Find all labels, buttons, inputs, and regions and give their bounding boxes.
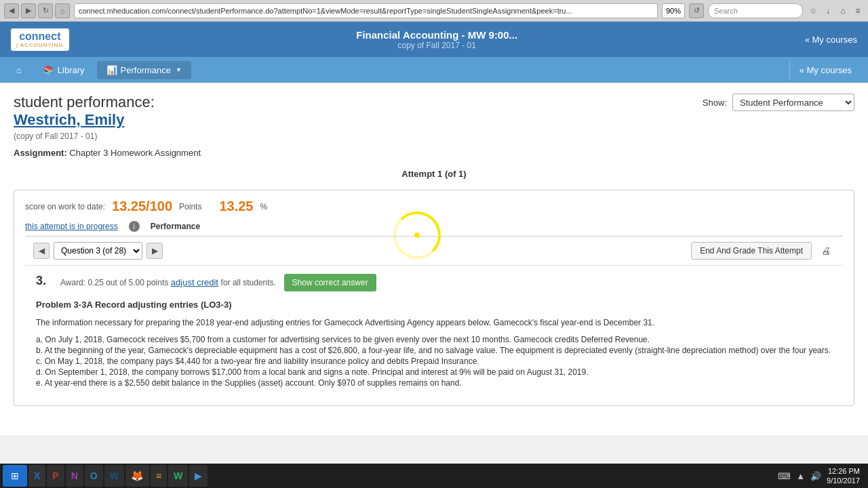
main-content: student performance: Westrich, Emily (co… (0, 83, 868, 435)
page-title-area: student performance: Westrich, Emily (co… (14, 94, 854, 158)
score-pct-sign: % (260, 202, 267, 211)
logo-connect-text: connect (19, 31, 60, 42)
refresh-button[interactable]: ↺ (689, 3, 704, 18)
performance-icon: 📊 (106, 65, 117, 75)
prev-question-btn[interactable]: ◀ (33, 243, 50, 259)
in-progress-tab[interactable]: this attempt is in progress (25, 222, 118, 231)
score-points-label: Points (179, 202, 201, 211)
search-box[interactable]: Search (708, 3, 803, 18)
show-select[interactable]: Student PerformanceAssignment Performanc… (732, 94, 854, 111)
problem-intro: The information necessary for preparing … (36, 317, 832, 329)
performance-dropdown-arrow: ▼ (176, 66, 182, 73)
print-button[interactable]: 🖨 (817, 242, 835, 260)
assignment-value: Chapter 3 Homework Assignment (69, 148, 201, 158)
browser-icons: ☆ ↓ ⌂ ≡ (807, 5, 864, 17)
course-copy: (copy of Fall 2017 - 01) (14, 131, 201, 141)
download-icon[interactable]: ↓ (822, 5, 834, 17)
list-item: a. On July 1, 2018, Gamecock receives $5… (36, 335, 832, 344)
assignment-line: Assignment: Chapter 3 Homework Assignmen… (14, 148, 201, 158)
q-nav-left: ◀ Question 3 (of 28) ▶ (33, 242, 163, 260)
score-row: score on work to date: 13.25/100 Points … (25, 199, 843, 214)
my-courses-link[interactable]: « My courses (805, 35, 857, 45)
list-item: b. At the beginning of the year, Gamecoc… (36, 346, 832, 355)
nav-bar: ⌂ 📚 Library 📊 Performance ▼ « My courses (0, 57, 868, 83)
score-card: score on work to date: 13.25/100 Points … (14, 190, 854, 406)
browser-chrome: ◀ ▶ ↻ ⌂ connect.mheducation.com/connect/… (0, 0, 868, 22)
assignment-label: Assignment: (14, 148, 67, 158)
browser-nav-buttons[interactable]: ◀ ▶ ↻ ⌂ (4, 3, 70, 18)
question-select[interactable]: Question 3 (of 28) (54, 242, 142, 260)
adjust-credit-link[interactable]: adjust credit (171, 277, 218, 287)
show-area: Show: Student PerformanceAssignment Perf… (703, 94, 854, 111)
library-icon: 📚 (43, 65, 54, 75)
attempt-line: Attempt 1 (of 1) (14, 169, 854, 179)
list-item: e. At year-end there is a $2,550 debit b… (36, 378, 832, 388)
question-award: Award: 0.25 out of 5.00 points (60, 278, 168, 287)
question-area: 3. Award: 0.25 out of 5.00 points adjust… (25, 266, 843, 397)
score-percent: 13.25 (219, 199, 253, 214)
star-icon[interactable]: ☆ (807, 5, 819, 17)
course-name: Financial Accounting - MW 9:00... (356, 29, 517, 41)
info-icon[interactable]: i (129, 221, 140, 232)
home-nav-icon[interactable]: ⌂ (837, 5, 849, 17)
library-nav-item[interactable]: 📚 Library (34, 61, 94, 79)
performance-nav-item[interactable]: 📊 Performance ▼ (97, 61, 191, 79)
title-section: student performance: Westrich, Emily (co… (14, 94, 201, 158)
print-icon: 🖨 (821, 245, 831, 256)
score-number: 13.25/100 (112, 199, 172, 214)
show-correct-answer-button[interactable]: Show correct answer (284, 274, 376, 291)
for-students-text: for all students. (221, 278, 276, 287)
home-nav-item[interactable]: ⌂ (7, 61, 31, 79)
course-sub: copy of Fall 2017 - 01 (356, 41, 517, 50)
home-icon: ⌂ (16, 65, 22, 75)
performance-tab[interactable]: Performance (151, 222, 200, 231)
end-grade-button[interactable]: End And Grade This Attempt (691, 242, 812, 260)
logo-box: connect | ACCOUNTING (11, 28, 69, 51)
list-item: c. On May 1, 2018, the company pays $4,4… (36, 357, 832, 366)
nav-left: ⌂ 📚 Library 📊 Performance ▼ (7, 61, 191, 79)
reload-button[interactable]: ↻ (38, 3, 53, 18)
menu-icon[interactable]: ≡ (852, 5, 864, 17)
question-header: 3. Award: 0.25 out of 5.00 points adjust… (36, 274, 832, 291)
home-button[interactable]: ⌂ (55, 3, 70, 18)
tabs-row: this attempt is in progress i Performanc… (25, 221, 843, 237)
list-item: d. On September 1, 2018, the company bor… (36, 367, 832, 377)
back-button[interactable]: ◀ (4, 3, 19, 18)
forward-button[interactable]: ▶ (21, 3, 36, 18)
logo-accounting-text: | ACCOUNTING (16, 42, 64, 48)
page-title: student performance: (14, 94, 201, 111)
show-label: Show: (703, 98, 727, 108)
student-name-link[interactable]: Westrich, Emily (14, 111, 201, 129)
connect-logo: connect | ACCOUNTING (11, 28, 69, 51)
q-nav-right: End And Grade This Attempt 🖨 (691, 242, 835, 260)
zoom-box[interactable]: 90% (662, 3, 685, 18)
header-course: Financial Accounting - MW 9:00... copy o… (356, 29, 517, 50)
question-number: 3. (36, 274, 52, 288)
problem-items-list: a. On July 1, 2018, Gamecock receives $5… (36, 335, 832, 388)
my-courses-nav-btn[interactable]: « My courses (789, 61, 861, 79)
question-nav: ◀ Question 3 (of 28) ▶ End And Grade Thi… (25, 237, 843, 266)
app-header: connect | ACCOUNTING Financial Accountin… (0, 22, 868, 57)
address-bar[interactable]: connect.mheducation.com/connect/studentP… (74, 3, 658, 18)
question-meta: Award: 0.25 out of 5.00 points adjust cr… (60, 274, 376, 291)
problem-title: Problem 3-3A Record adjusting entries (L… (36, 300, 832, 310)
score-label: score on work to date: (25, 202, 105, 211)
next-question-btn[interactable]: ▶ (146, 243, 163, 259)
